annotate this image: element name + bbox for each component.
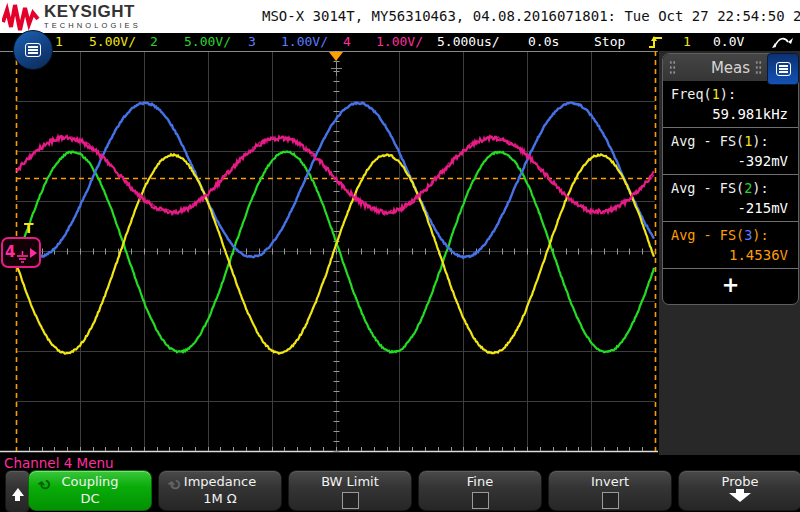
waveform-display-area: T 4 xyxy=(0,51,658,455)
measurements-panel-titlebar[interactable]: Meas xyxy=(663,54,798,81)
bw-limit-checkbox[interactable] xyxy=(342,492,359,509)
sidebar: Meas Freq(1): 59.981kHz Avg - FS(1): -39… xyxy=(658,51,800,455)
touch-menu-button[interactable] xyxy=(13,30,53,70)
meas-row-avg-fs1[interactable]: Avg - FS(1): -392mV xyxy=(663,128,798,175)
keysight-logo: KEYSIGHT TECHNOLOGIES xyxy=(2,1,141,32)
measurements-panel-title: Meas xyxy=(711,59,750,77)
gesture-waveform-icon[interactable] xyxy=(772,35,796,49)
waveform-canvas[interactable] xyxy=(0,51,658,455)
timebase-delay[interactable]: 0.0s xyxy=(528,34,559,49)
ch2-number[interactable]: 2 xyxy=(150,34,158,49)
edge-trigger-icon[interactable] xyxy=(648,35,663,49)
ch3-number[interactable]: 3 xyxy=(248,34,256,49)
run-state[interactable]: Stop xyxy=(594,34,625,49)
add-measurement-button[interactable]: + xyxy=(663,269,798,304)
instrument-title: MSO-X 3014T, MY56310463, 04.08.201607180… xyxy=(262,8,800,24)
meas-row-avg-fs3-selected[interactable]: Avg - FS(3): 1.4536V xyxy=(663,222,798,269)
trigger-level-marker[interactable]: T xyxy=(24,220,34,236)
softkey-impedance[interactable]: ↻ Impedance 1M Ω xyxy=(158,470,282,511)
brand-subname: TECHNOLOGIES xyxy=(44,22,141,30)
ground-symbol-icon xyxy=(16,251,29,264)
meas-value: 59.981kHz xyxy=(671,102,790,124)
meas-value: 1.4536V xyxy=(671,243,790,265)
status-bar: 1 5.00V/ 2 5.00V/ 3 1.00V/ 4 1.00V/ 5.00… xyxy=(0,33,800,51)
header-bar: KEYSIGHT TECHNOLOGIES MSO-X 3014T, MY563… xyxy=(0,0,800,33)
meas-row-freq1[interactable]: Freq(1): 59.981kHz xyxy=(663,81,798,128)
ch4-number[interactable]: 4 xyxy=(343,34,351,49)
channel-digit: 1 xyxy=(712,86,720,102)
menu-title: Channel 4 Menu xyxy=(4,455,114,471)
grip-dots-icon xyxy=(669,60,676,75)
ch4-ground-marker[interactable]: 4 xyxy=(1,237,41,268)
ch4-scale[interactable]: 1.00V/ xyxy=(376,34,423,49)
grip-dots-icon xyxy=(755,60,762,75)
brand-name: KEYSIGHT xyxy=(44,3,141,20)
fine-checkbox[interactable] xyxy=(472,492,489,509)
trigger-source[interactable]: 1 xyxy=(683,34,691,49)
oscilloscope-screen: KEYSIGHT TECHNOLOGIES MSO-X 3014T, MY563… xyxy=(0,0,800,512)
ch3-scale[interactable]: 1.00V/ xyxy=(281,34,328,49)
down-arrow-icon xyxy=(729,493,751,502)
up-arrow-icon xyxy=(12,488,24,496)
timebase-scale[interactable]: 5.000us/ xyxy=(437,34,500,49)
keysight-spark-icon xyxy=(2,2,40,32)
meas-value: -392mV xyxy=(671,149,790,171)
meas-value: -215mV xyxy=(671,196,790,218)
softkey-probe[interactable]: Probe xyxy=(678,470,800,511)
ch2-scale[interactable]: 5.00V/ xyxy=(184,34,231,49)
menu-list-icon xyxy=(776,62,791,76)
softkey-menu-bar: Channel 4 Menu ↻ Coupling DC ↻ Impedance… xyxy=(0,455,800,512)
softkey-fine[interactable]: Fine xyxy=(418,470,542,511)
measurements-panel: Meas Freq(1): 59.981kHz Avg - FS(1): -39… xyxy=(662,53,799,305)
softkey-coupling[interactable]: ↻ Coupling DC xyxy=(28,470,152,511)
menu-list-icon xyxy=(25,43,41,57)
ground-arrow-icon xyxy=(30,248,37,258)
softkey-bw-limit[interactable]: BW Limit xyxy=(288,470,412,511)
menu-back-button[interactable] xyxy=(5,470,30,512)
softkey-invert[interactable]: Invert xyxy=(548,470,672,511)
ch1-number[interactable]: 1 xyxy=(55,34,63,49)
invert-checkbox[interactable] xyxy=(602,492,619,509)
meas-row-avg-fs2[interactable]: Avg - FS(2): -215mV xyxy=(663,175,798,222)
trigger-level[interactable]: 0.0V xyxy=(713,34,744,49)
ch1-scale[interactable]: 5.00V/ xyxy=(89,34,136,49)
measurements-menu-button[interactable] xyxy=(767,53,799,85)
